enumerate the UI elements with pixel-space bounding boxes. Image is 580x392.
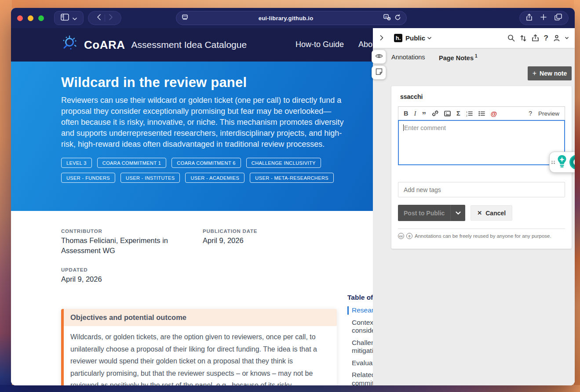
group-name: Public (405, 34, 425, 42)
bold-button[interactable]: B (404, 110, 408, 117)
translate-icon[interactable]: Ax (383, 14, 391, 22)
url-text: eui-library.github.io (188, 15, 383, 22)
tag-badge[interactable]: CHALLENGE INCLUSIVITY (246, 158, 321, 168)
post-button[interactable]: Post to Public (398, 205, 465, 221)
tab-overview-icon[interactable] (554, 14, 562, 22)
license-note: cc 0 Annotations can be freely reused by… (398, 233, 565, 239)
share-annotations-icon[interactable] (532, 34, 539, 42)
post-options-chevron-icon[interactable] (450, 205, 465, 221)
brand-suffix: Assessment Idea Catalogue (131, 40, 247, 50)
link-button[interactable] (432, 110, 438, 116)
svg-text:2: 2 (466, 114, 467, 116)
wallpaper-left (0, 0, 12, 392)
annotation-username: ssacchi (398, 93, 565, 100)
tag-badge[interactable]: COARA COMMITMENT 6 (171, 158, 241, 168)
hypothesis-body: Annotations Page Notes 1 + New note ssac… (373, 48, 575, 385)
cc0-icon: 0 (406, 233, 412, 239)
publication-date-value: April 9, 2026 (203, 236, 335, 246)
page-content: CoARA Assessment Idea Catalogue How-to G… (11, 28, 575, 385)
tag-badge[interactable]: USER - META-RESEARCHERS (250, 173, 334, 183)
zoom-window-button[interactable] (38, 15, 44, 21)
sidebar-icon (61, 14, 69, 22)
sort-annotations-icon[interactable] (520, 35, 527, 42)
lightbulb-icon[interactable] (556, 155, 568, 170)
objectives-card: Objectives and potential outcome Wildcar… (61, 309, 337, 385)
drag-handle[interactable] (551, 161, 555, 164)
site-brand[interactable]: CoARA Assessment Idea Catalogue (61, 35, 247, 55)
extension-pill (549, 152, 575, 173)
brand-name: CoARA (84, 38, 125, 52)
insert-image-button[interactable] (444, 111, 451, 116)
forward-button[interactable] (109, 14, 113, 22)
cc-icon: cc (398, 233, 404, 239)
window-controls (17, 15, 44, 21)
wallpaper-bottom (0, 385, 580, 392)
card-divider (398, 229, 565, 229)
search-icon[interactable] (507, 34, 515, 42)
tag-list: LEVEL 3 COARA COMMITMENT 1 COARA COMMITM… (61, 158, 343, 183)
license-text: Annotations can be freely reused by anyo… (415, 233, 551, 239)
tag-badge[interactable]: USER - ACADEMIES (185, 173, 244, 183)
comment-input[interactable]: Enter comment (398, 120, 565, 165)
eye-icon (375, 53, 383, 61)
page-note-button[interactable] (372, 65, 386, 80)
cancel-button[interactable]: ✕ Cancel (471, 205, 512, 221)
page-description: Reviewers can use their wildcard or gold… (61, 95, 346, 150)
close-window-button[interactable] (17, 15, 23, 21)
italic-button[interactable]: I (414, 110, 416, 117)
quote-button[interactable]: ” (422, 110, 426, 117)
contributor-label: CONTRIBUTOR (61, 229, 197, 234)
svg-text:A: A (385, 15, 387, 18)
plus-icon: + (533, 69, 536, 77)
tags-input[interactable] (398, 182, 565, 197)
reload-icon[interactable] (394, 14, 401, 22)
preview-button[interactable]: Preview (538, 110, 559, 117)
account-icon[interactable] (553, 35, 560, 42)
numbered-list-button[interactable]: 12 (466, 111, 473, 116)
help-icon[interactable]: ? (544, 34, 548, 43)
coara-logo-icon (61, 35, 79, 55)
text-caret (403, 124, 404, 131)
page-notes-count: 1 (475, 54, 478, 58)
address-bar[interactable]: eui-library.github.io Ax (176, 11, 407, 25)
hypothesis-sidebar: h. Public ? (373, 28, 575, 385)
comment-placeholder: Enter comment (404, 124, 446, 131)
collapse-sidebar-icon[interactable] (380, 34, 383, 42)
mention-button[interactable]: @ (491, 110, 497, 117)
annotation-editor-card: ssacchi B I ” Σ (391, 86, 572, 249)
new-tab-icon[interactable] (540, 14, 547, 22)
tag-badge[interactable]: USER - INSTITUTES (120, 173, 180, 183)
tab-page-notes[interactable]: Page Notes 1 (439, 54, 477, 62)
extension-logo-icon[interactable] (569, 155, 575, 170)
tag-badge[interactable]: USER - FUNDERS (61, 173, 115, 183)
browser-toolbar: eui-library.github.io Ax (11, 8, 575, 28)
close-icon: ✕ (477, 210, 482, 216)
minimize-window-button[interactable] (28, 15, 33, 21)
sidebar-toggle-button[interactable] (54, 11, 84, 25)
browser-window: eui-library.github.io Ax (11, 8, 575, 385)
math-button[interactable]: Σ (456, 110, 460, 117)
chevron-down-icon (73, 14, 77, 22)
contributor-value: Thomas Feliciani, Experiments in Assessm… (61, 236, 197, 256)
tag-badge[interactable]: COARA COMMITMENT 1 (97, 158, 167, 168)
tab-annotations[interactable]: Annotations (391, 54, 425, 61)
note-icon (376, 68, 383, 77)
wallpaper-right (574, 0, 580, 392)
toggle-highlights-button[interactable] (372, 50, 386, 64)
bullet-list-button[interactable] (478, 111, 485, 116)
account-chevron-icon[interactable] (565, 37, 569, 39)
svg-text:1: 1 (466, 111, 467, 113)
tag-badge[interactable]: LEVEL 3 (61, 158, 92, 168)
new-note-button[interactable]: + New note (528, 66, 572, 80)
svg-text:x: x (388, 17, 390, 20)
formatting-help-button[interactable]: ? (529, 110, 532, 117)
share-icon[interactable] (526, 14, 533, 23)
nav-how-to-guide[interactable]: How-to Guide (295, 40, 344, 49)
back-button[interactable] (97, 14, 101, 22)
nav-divider (105, 15, 105, 22)
reader-view-icon[interactable] (182, 14, 188, 22)
post-button-label: Post to Public (398, 205, 450, 221)
group-selector[interactable]: Public (405, 34, 431, 42)
editor-toolbar: B I ” Σ 12 (398, 106, 565, 120)
hypothesis-logo: h. (394, 34, 402, 42)
